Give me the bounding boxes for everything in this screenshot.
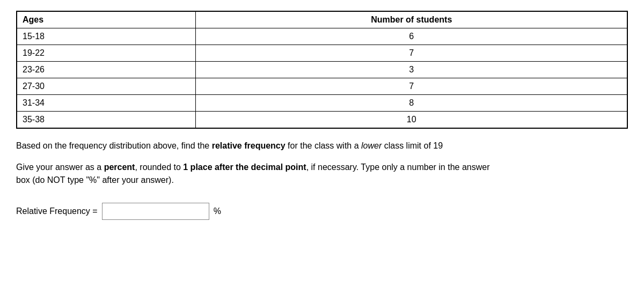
table-row: 35-3810 <box>17 112 627 129</box>
age-cell: 35-38 <box>17 112 196 129</box>
table-header-row: Ages Number of students <box>17 11 627 28</box>
count-cell: 7 <box>196 45 627 62</box>
table-row: 15-186 <box>17 28 627 45</box>
page-wrapper: Ages Number of students 15-18619-22723-2… <box>16 11 628 220</box>
percent-symbol: % <box>214 206 221 216</box>
count-cell: 6 <box>196 28 627 45</box>
ages-header: Ages <box>17 11 196 28</box>
frequency-table: Ages Number of students 15-18619-22723-2… <box>16 11 628 129</box>
age-cell: 19-22 <box>17 45 196 62</box>
count-cell: 3 <box>196 62 627 78</box>
age-cell: 15-18 <box>17 28 196 45</box>
description-line2: Give your answer as a percent, rounded t… <box>16 161 499 187</box>
count-cell: 8 <box>196 95 627 112</box>
count-cell: 10 <box>196 112 627 129</box>
table-body: 15-18619-22723-26327-30731-34835-3810 <box>17 28 627 129</box>
relative-frequency-label: Relative Frequency = <box>16 206 98 216</box>
table-row: 31-348 <box>17 95 627 112</box>
table-row: 19-227 <box>17 45 627 62</box>
age-cell: 23-26 <box>17 62 196 78</box>
students-header: Number of students <box>196 11 627 28</box>
count-cell: 7 <box>196 78 627 95</box>
description-section: Based on the frequency distribution abov… <box>16 139 499 187</box>
answer-section: Relative Frequency = % <box>16 203 628 220</box>
description-line1: Based on the frequency distribution abov… <box>16 139 499 152</box>
table-row: 23-263 <box>17 62 627 78</box>
age-cell: 27-30 <box>17 78 196 95</box>
age-cell: 31-34 <box>17 95 196 112</box>
table-row: 27-307 <box>17 78 627 95</box>
relative-frequency-input[interactable] <box>102 203 209 220</box>
